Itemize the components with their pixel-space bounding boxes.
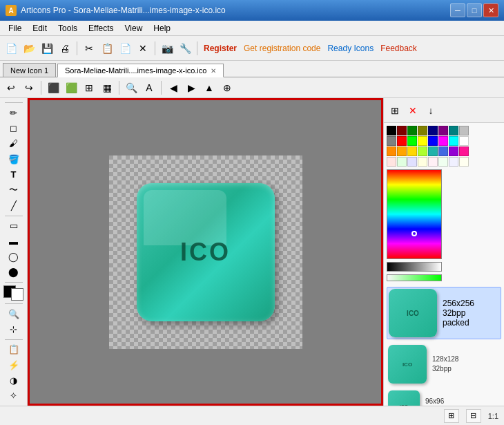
color-white[interactable]: [459, 136, 469, 146]
color-teal[interactable]: [449, 126, 458, 135]
color-mistyrose[interactable]: [387, 157, 396, 167]
new-button[interactable]: 📄: [3, 40, 19, 57]
menu-file[interactable]: File: [3, 21, 27, 35]
size-item-96[interactable]: ICO 96x96 32bpp: [387, 389, 501, 406]
tab-close-icon[interactable]: ✕: [211, 67, 216, 75]
color-greenyellow[interactable]: [418, 147, 427, 156]
cut-button[interactable]: ✂: [81, 40, 97, 57]
color-darkred[interactable]: [397, 126, 407, 135]
color-fuchsia[interactable]: [438, 136, 448, 146]
ellipse-tool[interactable]: ◯: [4, 249, 23, 263]
background-color[interactable]: [11, 288, 23, 301]
right-tool-2[interactable]: ✕: [405, 102, 421, 119]
color-lime[interactable]: [407, 136, 417, 146]
minimize-button[interactable]: ─: [450, 3, 465, 17]
capture-button[interactable]: 📷: [159, 40, 175, 57]
color-lightseagreen[interactable]: [428, 147, 438, 156]
color-royalblue[interactable]: [438, 147, 448, 156]
select-button[interactable]: 🟩: [63, 79, 79, 96]
color-black[interactable]: [387, 126, 396, 135]
redo-button[interactable]: ↪: [21, 79, 37, 96]
fill-tool[interactable]: 🪣: [4, 152, 23, 166]
move-left-button[interactable]: ◀: [165, 79, 182, 96]
size-item-128[interactable]: ICO 128x128 32bpp: [387, 343, 501, 385]
color-lavenderblush[interactable]: [428, 157, 438, 167]
maximize-button[interactable]: □: [467, 3, 482, 17]
select-all-button[interactable]: ⬛: [45, 79, 61, 96]
bottom-btn-left[interactable]: ⊞: [444, 409, 459, 423]
text-tool[interactable]: T: [4, 167, 23, 181]
close-button[interactable]: ✕: [483, 3, 498, 17]
move-up-button[interactable]: ▲: [201, 79, 217, 96]
color-deeppink[interactable]: [459, 147, 469, 156]
filled-ellipse-tool[interactable]: ⬤: [4, 265, 23, 279]
select-rect-tool[interactable]: ⊹: [4, 322, 23, 336]
color-orange[interactable]: [397, 147, 407, 156]
zoom-in-button[interactable]: 🔍: [123, 79, 139, 96]
filled-rect-tool[interactable]: ▬: [4, 234, 23, 248]
menu-edit[interactable]: Edit: [27, 21, 52, 35]
color-darkorange[interactable]: [387, 147, 396, 156]
save-button[interactable]: 💾: [39, 40, 55, 57]
color-navy[interactable]: [428, 126, 438, 135]
rect-tool[interactable]: ▭: [4, 219, 23, 233]
clone-tool[interactable]: 📋: [4, 343, 23, 357]
color-gray[interactable]: [387, 136, 396, 146]
menu-view[interactable]: View: [119, 21, 148, 35]
paste-button[interactable]: 📄: [117, 40, 133, 57]
color-aqua[interactable]: [449, 136, 458, 146]
zoom-tool[interactable]: 🔍: [4, 307, 23, 321]
right-tool-1[interactable]: ⊞: [387, 102, 403, 119]
bottom-btn-center[interactable]: ⊟: [466, 409, 481, 423]
size-item-256[interactable]: ICO 256x256 32bpp packed: [387, 287, 501, 339]
right-tool-3[interactable]: ↓: [423, 102, 439, 119]
grayscale-bar[interactable]: [387, 262, 442, 272]
color-lavender[interactable]: [407, 157, 417, 167]
color-olive[interactable]: [418, 126, 427, 135]
menu-effects[interactable]: Effects: [83, 21, 119, 35]
color-gold[interactable]: [407, 147, 417, 156]
pencil-tool[interactable]: ✏: [4, 106, 23, 120]
color-spectrum[interactable]: [387, 169, 442, 259]
undo-button[interactable]: ↩: [3, 79, 19, 96]
delete-button[interactable]: ✕: [135, 40, 151, 57]
paint-tool[interactable]: 🖌: [4, 137, 23, 151]
color-honeydew2[interactable]: [438, 157, 448, 167]
color-lightyellow[interactable]: [418, 157, 427, 167]
color-yellow[interactable]: [418, 136, 427, 146]
color-violet[interactable]: [449, 147, 458, 156]
move-down-button[interactable]: ⊕: [219, 79, 235, 96]
color-darkgreen[interactable]: [407, 126, 417, 135]
color-honeydew[interactable]: [397, 157, 407, 167]
curve-tool[interactable]: 〜: [4, 183, 23, 197]
effect-tool[interactable]: ⚡: [4, 358, 23, 372]
color-ivory[interactable]: [459, 157, 469, 167]
tab-new-icon[interactable]: New Icon 1: [3, 63, 56, 77]
color-red[interactable]: [397, 136, 407, 146]
move-right-button[interactable]: ▶: [183, 79, 200, 96]
grid-button[interactable]: ⊞: [81, 79, 97, 96]
color-silver[interactable]: [459, 126, 469, 135]
green-bar[interactable]: [387, 274, 442, 281]
menu-help[interactable]: Help: [148, 21, 176, 35]
ready-icons-link[interactable]: Ready Icons: [324, 44, 376, 53]
zoom-label: 1:1: [488, 412, 498, 420]
magic-wand-tool[interactable]: ✧: [4, 389, 23, 403]
feedback-link[interactable]: Feedback: [378, 44, 420, 53]
eraser-tool[interactable]: ◻: [4, 121, 23, 135]
menu-tools[interactable]: Tools: [52, 21, 83, 35]
copy-button[interactable]: 📋: [99, 40, 115, 57]
table-button[interactable]: ▦: [99, 79, 115, 96]
register-link[interactable]: Register: [201, 44, 240, 53]
tab-ico-file[interactable]: Sora-Meliae-Matrili....imes-image-x-ico.…: [57, 64, 224, 77]
print-button[interactable]: 🖨: [57, 40, 73, 57]
open-button[interactable]: 📂: [21, 40, 37, 57]
line-tool[interactable]: ╱: [4, 198, 23, 212]
get-code-link[interactable]: Get registration code: [241, 44, 323, 53]
color-aliceblue[interactable]: [449, 157, 458, 167]
settings-button[interactable]: 🔧: [177, 40, 193, 57]
gradient-tool[interactable]: ◑: [4, 373, 23, 387]
text-button[interactable]: A: [141, 79, 157, 96]
color-purple[interactable]: [438, 126, 448, 135]
color-blue[interactable]: [428, 136, 438, 146]
